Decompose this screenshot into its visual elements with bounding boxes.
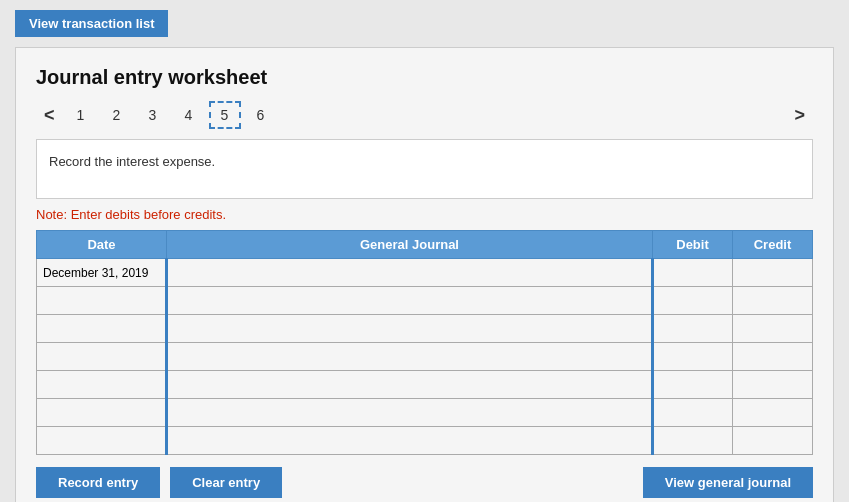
instruction-text: Record the interest expense.: [49, 154, 215, 169]
credit-input-5[interactable]: [737, 377, 808, 393]
table-row: [37, 287, 813, 315]
page-5-active[interactable]: 5: [209, 101, 241, 129]
date-input-3[interactable]: [41, 321, 161, 337]
journal-input-4[interactable]: [172, 349, 647, 365]
journal-input-1[interactable]: [172, 265, 647, 281]
credit-cell-2: [733, 287, 813, 315]
date-input-4[interactable]: [41, 349, 161, 365]
prev-page-button[interactable]: <: [36, 103, 63, 128]
debit-cell-6: [653, 399, 733, 427]
debit-input-7[interactable]: [658, 433, 728, 449]
date-cell-5: [37, 371, 167, 399]
debit-input-3[interactable]: [658, 321, 728, 337]
credit-input-6[interactable]: [737, 405, 808, 421]
table-row: [37, 427, 813, 455]
journal-cell-3: [167, 315, 653, 343]
credit-cell-4: [733, 343, 813, 371]
debit-input-5[interactable]: [658, 377, 728, 393]
date-input-5[interactable]: [41, 377, 161, 393]
top-bar: View transaction list: [0, 0, 849, 47]
debit-input-1[interactable]: [658, 265, 728, 281]
table-row: [37, 399, 813, 427]
view-general-journal-button[interactable]: View general journal: [643, 467, 813, 498]
pagination: < 1 2 3 4 5 6 >: [36, 101, 813, 129]
instruction-box: Record the interest expense.: [36, 139, 813, 199]
view-transaction-button[interactable]: View transaction list: [15, 10, 168, 37]
table-row: [37, 371, 813, 399]
date-input-7[interactable]: [41, 433, 161, 449]
next-page-button[interactable]: >: [786, 103, 813, 128]
journal-input-2[interactable]: [172, 293, 647, 309]
col-header-date: Date: [37, 231, 167, 259]
journal-cell-5: [167, 371, 653, 399]
page-6[interactable]: 6: [245, 101, 277, 129]
journal-cell-1: [167, 259, 653, 287]
table-row: [37, 259, 813, 287]
debit-input-4[interactable]: [658, 349, 728, 365]
credit-cell-6: [733, 399, 813, 427]
note-text: Note: Enter debits before credits.: [36, 207, 813, 222]
journal-cell-7: [167, 427, 653, 455]
credit-cell-7: [733, 427, 813, 455]
credit-input-1[interactable]: [737, 265, 808, 281]
table-row: [37, 343, 813, 371]
credit-input-7[interactable]: [737, 433, 808, 449]
col-header-journal: General Journal: [167, 231, 653, 259]
date-cell-4: [37, 343, 167, 371]
col-header-credit: Credit: [733, 231, 813, 259]
col-header-debit: Debit: [653, 231, 733, 259]
journal-input-5[interactable]: [172, 377, 647, 393]
record-entry-button[interactable]: Record entry: [36, 467, 160, 498]
table-row: [37, 315, 813, 343]
debit-input-6[interactable]: [658, 405, 728, 421]
debit-cell-4: [653, 343, 733, 371]
clear-entry-button[interactable]: Clear entry: [170, 467, 282, 498]
debit-cell-3: [653, 315, 733, 343]
date-input-1[interactable]: [41, 265, 161, 281]
credit-cell-1: [733, 259, 813, 287]
debit-cell-2: [653, 287, 733, 315]
worksheet-title: Journal entry worksheet: [36, 66, 813, 89]
page-1[interactable]: 1: [65, 101, 97, 129]
date-cell-6: [37, 399, 167, 427]
journal-input-3[interactable]: [172, 321, 647, 337]
credit-input-2[interactable]: [737, 293, 808, 309]
date-cell-7: [37, 427, 167, 455]
journal-cell-6: [167, 399, 653, 427]
page-4[interactable]: 4: [173, 101, 205, 129]
page-2[interactable]: 2: [101, 101, 133, 129]
credit-input-4[interactable]: [737, 349, 808, 365]
journal-cell-4: [167, 343, 653, 371]
journal-cell-2: [167, 287, 653, 315]
journal-input-6[interactable]: [172, 405, 647, 421]
debit-cell-1: [653, 259, 733, 287]
page-3[interactable]: 3: [137, 101, 169, 129]
journal-table: Date General Journal Debit Credit: [36, 230, 813, 455]
actions-row: Record entry Clear entry View general jo…: [36, 467, 813, 498]
credit-cell-5: [733, 371, 813, 399]
credit-input-3[interactable]: [737, 321, 808, 337]
debit-cell-7: [653, 427, 733, 455]
date-cell-1: [37, 259, 167, 287]
journal-input-7[interactable]: [172, 433, 647, 449]
date-cell-3: [37, 315, 167, 343]
date-input-6[interactable]: [41, 405, 161, 421]
credit-cell-3: [733, 315, 813, 343]
debit-cell-5: [653, 371, 733, 399]
date-cell-2: [37, 287, 167, 315]
main-container: Journal entry worksheet < 1 2 3 4 5 6 > …: [15, 47, 834, 502]
date-input-2[interactable]: [41, 293, 161, 309]
debit-input-2[interactable]: [658, 293, 728, 309]
